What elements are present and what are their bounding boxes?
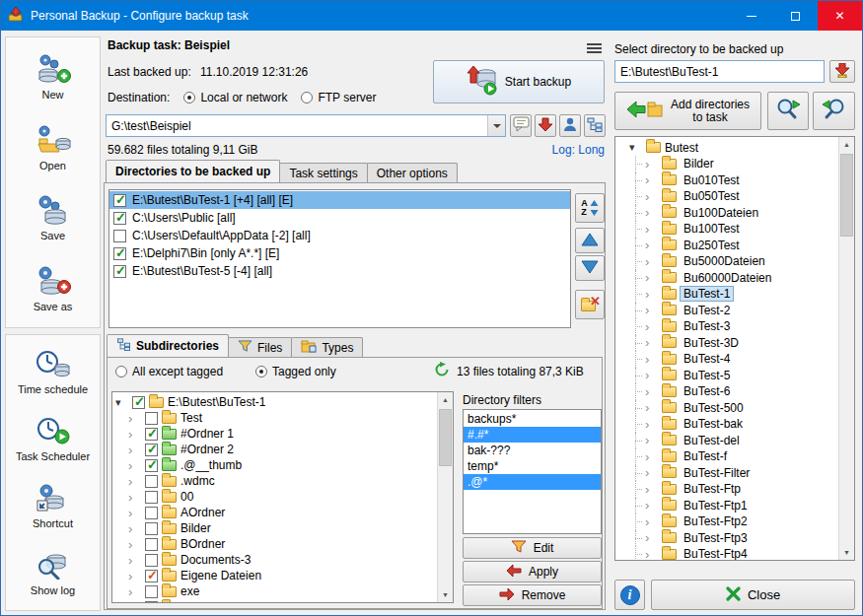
- radio-ftp-server[interactable]: FTP server: [301, 91, 376, 104]
- move-up-button[interactable]: [575, 228, 605, 253]
- filter-row[interactable]: bak-???: [464, 443, 601, 458]
- minimize-button[interactable]: [729, 1, 773, 31]
- radio-all-except-tagged[interactable]: All except tagged: [115, 365, 223, 378]
- checkbox[interactable]: [145, 522, 158, 535]
- expand-icon[interactable]: ›: [645, 402, 658, 413]
- expand-icon[interactable]: ›: [645, 467, 658, 478]
- close-button[interactable]: Close: [651, 580, 855, 610]
- checkbox[interactable]: [145, 570, 158, 582]
- subtree-scrollbar[interactable]: ▲ ▼: [437, 392, 453, 602]
- tab-files[interactable]: Files: [228, 337, 292, 357]
- scroll-down-icon[interactable]: ▼: [839, 545, 854, 560]
- structure-button[interactable]: [584, 114, 606, 137]
- scroll-thumb[interactable]: [439, 409, 452, 466]
- picker-directory-row[interactable]: ›Bu010Test: [615, 172, 838, 189]
- collapse-icon[interactable]: ▾: [115, 397, 128, 408]
- filter-row[interactable]: .@*: [464, 474, 601, 490]
- picker-directory-row[interactable]: ›Bu100Dateien: [615, 205, 838, 222]
- sidebar-item-time-schedule[interactable]: Time schedule: [18, 349, 88, 395]
- expand-icon[interactable]: ›: [128, 523, 141, 534]
- tab-task-settings[interactable]: Task settings: [279, 163, 367, 182]
- combo-dropdown-icon[interactable]: [487, 115, 505, 136]
- checkbox[interactable]: [113, 212, 126, 225]
- sidebar-item-new[interactable]: New: [36, 52, 71, 101]
- expand-icon[interactable]: ›: [645, 337, 658, 348]
- subdirectory-tree[interactable]: ▾ E:\Butest\BuTest-1 ›Test ›#Ordner 1 ›#…: [111, 391, 454, 603]
- expand-icon[interactable]: ›: [128, 539, 141, 550]
- picker-directory-row[interactable]: ›BuTest-4: [615, 351, 838, 368]
- subdirectory-row[interactable]: ›Documents-3: [112, 552, 437, 568]
- expand-icon[interactable]: ›: [645, 272, 658, 283]
- filter-row[interactable]: backups*: [464, 411, 601, 427]
- picker-directory-row[interactable]: ›BuTest-3: [615, 318, 838, 335]
- tab-other-options[interactable]: Other options: [367, 163, 458, 182]
- log-link[interactable]: Log: Long: [514, 143, 605, 157]
- checkbox[interactable]: [132, 396, 145, 409]
- scroll-up-icon[interactable]: ▲: [438, 392, 453, 407]
- picker-root-row[interactable]: ▾ Butest: [615, 139, 838, 156]
- expand-icon[interactable]: ›: [128, 413, 141, 424]
- sort-button[interactable]: AZ: [575, 193, 605, 223]
- info-button[interactable]: i: [614, 580, 645, 610]
- expand-icon[interactable]: ›: [128, 492, 141, 503]
- radio-icon[interactable]: [301, 92, 313, 103]
- sidebar-item-save[interactable]: Save: [36, 193, 71, 241]
- selected-directory-input[interactable]: [614, 60, 825, 83]
- expand-icon[interactable]: ›: [645, 516, 658, 527]
- backup-directories-list[interactable]: E:\Butest\BuTest-1 [+4] [all] [E] C:\Use…: [108, 189, 571, 328]
- subdirectory-row[interactable]: ›Gif: [112, 599, 437, 602]
- checkbox[interactable]: [145, 444, 158, 456]
- picker-scrollbar[interactable]: ▲ ▼: [838, 137, 854, 560]
- expand-icon[interactable]: ›: [645, 174, 658, 185]
- expand-icon[interactable]: ›: [645, 549, 658, 560]
- directory-filters-list[interactable]: backups* #.#* bak-??? temp* .@*: [463, 409, 602, 534]
- checkbox[interactable]: [145, 507, 158, 519]
- subdirectory-root-row[interactable]: ▾ E:\Butest\BuTest-1: [112, 394, 437, 410]
- expand-icon[interactable]: ›: [128, 476, 141, 487]
- comment-button[interactable]: [510, 114, 532, 137]
- titlebar[interactable]: Personal Backup - Configure backup task …: [1, 1, 862, 31]
- sidebar-item-task-scheduler[interactable]: Task Scheduler: [16, 416, 90, 462]
- checkbox[interactable]: [113, 265, 126, 278]
- path-dropdown-button[interactable]: [829, 60, 855, 83]
- collapse-icon[interactable]: ▾: [629, 142, 642, 153]
- picker-directory-row[interactable]: ›BuTest-Ftp3: [615, 530, 838, 547]
- checkbox[interactable]: [113, 247, 126, 260]
- expand-icon[interactable]: ›: [645, 240, 658, 250]
- checkbox[interactable]: [145, 475, 158, 488]
- expand-icon[interactable]: ›: [645, 500, 658, 511]
- subdirectory-row[interactable]: ›#Ordner 1: [112, 426, 437, 442]
- subdirectory-row[interactable]: ›Test: [112, 410, 437, 426]
- expand-icon[interactable]: ›: [645, 289, 658, 300]
- expand-icon[interactable]: ›: [128, 429, 141, 440]
- edit-filter-button[interactable]: Edit: [463, 537, 602, 559]
- expand-icon[interactable]: ›: [645, 370, 658, 380]
- expand-icon[interactable]: ›: [128, 602, 141, 603]
- checkbox[interactable]: [145, 585, 158, 598]
- subdirectory-row[interactable]: ›.wdmc: [112, 473, 437, 489]
- expand-icon[interactable]: ›: [645, 419, 658, 430]
- picker-directory-row[interactable]: ›BuTest-Ftp1: [615, 498, 838, 514]
- expand-icon[interactable]: ›: [645, 321, 658, 332]
- picker-directory-row[interactable]: ›BuTest-Filter: [615, 465, 838, 482]
- checkbox[interactable]: [145, 491, 158, 504]
- scroll-down-icon[interactable]: ▼: [438, 587, 453, 602]
- subdirectory-row[interactable]: ›Bilder: [112, 520, 437, 536]
- add-directories-button[interactable]: Add directories to task: [614, 92, 761, 130]
- sidebar-item-save-as[interactable]: Save as: [34, 264, 73, 312]
- subdirectory-row[interactable]: ›00: [112, 489, 437, 505]
- expand-icon[interactable]: ›: [645, 191, 658, 202]
- picker-directory-row[interactable]: ›BuTest-f: [615, 448, 838, 465]
- search-directory-button[interactable]: [813, 92, 855, 130]
- radio-icon[interactable]: [183, 92, 195, 103]
- expand-icon[interactable]: ›: [128, 555, 141, 566]
- checkbox[interactable]: [113, 194, 126, 207]
- picker-directory-row[interactable]: ›BuTest-6: [615, 383, 838, 400]
- picker-directory-row[interactable]: ›BuTest-Ftp2: [615, 513, 838, 530]
- expand-icon[interactable]: ›: [645, 354, 658, 365]
- move-down-button[interactable]: [575, 255, 605, 281]
- picker-directory-row[interactable]: ›BuTest-1: [615, 286, 838, 303]
- picker-directory-row[interactable]: ›Bu050Test: [615, 188, 838, 205]
- tab-subdirectories[interactable]: Subdirectories: [107, 334, 229, 357]
- checkbox[interactable]: [145, 428, 158, 441]
